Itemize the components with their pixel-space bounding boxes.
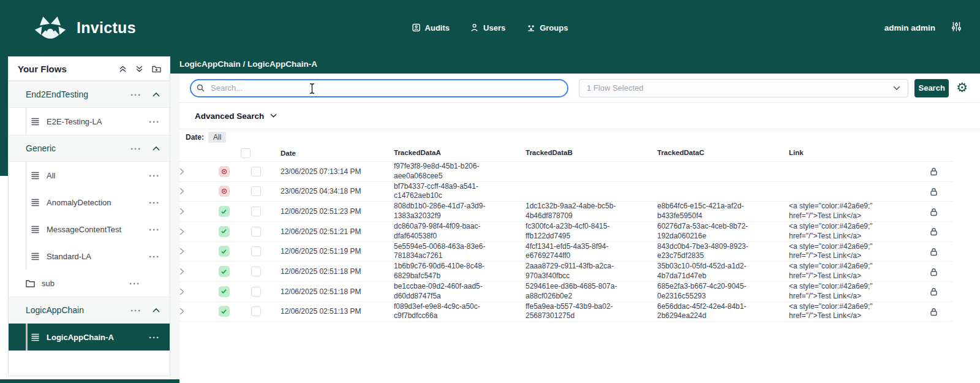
status-badge [219, 166, 230, 177]
status-badge [219, 306, 230, 317]
lock-icon[interactable] [930, 208, 938, 216]
section-menu-button[interactable]: ··· [130, 90, 141, 99]
cell-trackeddataa: bf7b4337-ccff-48a9-a541-c14762aeb10c [388, 181, 519, 202]
audits-icon [412, 23, 421, 32]
sidebar-flow-item[interactable]: Standard-LA ··· [9, 243, 170, 270]
collapse-all-icon[interactable] [119, 65, 127, 73]
chevron-up-icon[interactable] [153, 146, 160, 151]
expand-all-icon[interactable] [135, 65, 143, 73]
item-menu-button[interactable]: ··· [149, 171, 160, 180]
results-table-body: 23/06/2025 07:13:14 PM f97fe3f8-9e8d-45b… [179, 162, 952, 322]
search-input[interactable] [190, 79, 568, 97]
lock-icon[interactable] [930, 287, 938, 296]
nav-item-audits[interactable]: Audits [412, 23, 450, 32]
lock-icon[interactable] [930, 308, 938, 316]
row-checkbox[interactable] [251, 306, 261, 316]
expand-row-chevron-icon[interactable] [179, 248, 207, 255]
cell-trackeddatac [651, 181, 783, 202]
item-menu-button[interactable]: ··· [149, 198, 160, 207]
sidebar-flow-item[interactable]: All ··· [9, 162, 170, 189]
settings-sliders-icon[interactable] [951, 21, 962, 34]
table-row[interactable]: 12/06/2025 02:51:13 PM f089d3ef-e9e8-4c9… [179, 301, 952, 322]
expand-row-chevron-icon[interactable] [179, 268, 207, 275]
cell-link [783, 162, 914, 182]
section-menu-button[interactable]: ··· [130, 144, 141, 153]
expand-row-chevron-icon[interactable] [179, 228, 207, 235]
section-label: End2EndTesting [26, 89, 130, 99]
select-all-checkbox[interactable] [241, 148, 251, 158]
advanced-search-toggle[interactable]: Advanced Search [195, 112, 264, 121]
sidebar-flow-item[interactable]: LogicAppChain-A ··· [9, 324, 170, 351]
status-badge [219, 266, 230, 277]
search-button[interactable]: Search [914, 79, 949, 97]
cell-link [783, 181, 914, 202]
cell-date: 12/06/2025 02:51:13 PM [271, 301, 388, 322]
table-row[interactable]: 23/06/2025 07:13:14 PM f97fe3f8-9e8d-45b… [179, 162, 952, 182]
item-menu-button[interactable]: ··· [149, 252, 160, 261]
app-title: Invictus [77, 19, 136, 37]
lock-icon[interactable] [930, 227, 938, 236]
sidebar-section[interactable]: LogicAppChain ··· [9, 297, 170, 324]
item-menu-button[interactable]: ··· [149, 117, 160, 126]
cell-trackeddataa: f089d3ef-e9e8-4c9c-a50c-c9f7bdfcc66a [388, 301, 519, 322]
gear-icon[interactable]: ⚙ [956, 82, 968, 94]
table-row[interactable]: 23/06/2025 04:34:18 PM bf7b4337-ccff-48a… [179, 181, 952, 202]
layout-gap [170, 74, 179, 383]
expand-row-chevron-icon[interactable] [179, 308, 207, 315]
cell-link: <a style="color:#42a6e9;" href="/">Test … [783, 241, 914, 262]
chevron-down-icon[interactable] [270, 113, 277, 118]
item-menu-button[interactable]: ··· [149, 333, 160, 342]
lock-icon[interactable] [930, 167, 938, 176]
table-row[interactable]: 12/06/2025 02:51:21 PM dc860a79-98f4-4f0… [179, 221, 952, 241]
top-header: Invictus Audits Users [0, 0, 980, 55]
flows-sidebar: Your Flows [8, 56, 170, 376]
sidebar-flow-item[interactable]: AnomalyDetection ··· [9, 189, 170, 216]
sidebar-folder-item[interactable]: sub ··· [9, 270, 170, 297]
table-row[interactable]: 12/06/2025 02:51:18 PM be1ccbae-09d2-460… [179, 281, 952, 301]
sidebar-flow-item[interactable]: E2E-Testing-LA ··· [9, 108, 170, 135]
expand-row-chevron-icon[interactable] [179, 188, 207, 195]
cell-date: 12/06/2025 02:51:21 PM [271, 221, 388, 241]
cell-trackeddatac: 35b03c10-05fd-452d-a1d2-4b7da71d47eb [651, 262, 783, 282]
nav-item-groups[interactable]: Groups [526, 23, 568, 32]
row-checkbox[interactable] [251, 287, 261, 297]
row-checkbox[interactable] [251, 246, 261, 256]
nav-item-users[interactable]: Users [470, 23, 505, 32]
col-header-link: Link [783, 145, 914, 162]
chevron-up-icon[interactable] [153, 308, 160, 313]
lock-icon[interactable] [930, 188, 938, 196]
sidebar-section[interactable]: Generic ··· [9, 135, 170, 162]
sidebar-section[interactable]: End2EndTesting ··· [9, 81, 170, 108]
table-row[interactable]: 12/06/2025 02:51:23 PM 808db1b0-286e-41d… [179, 202, 952, 222]
item-menu-button[interactable]: ··· [129, 279, 140, 288]
row-checkbox[interactable] [251, 207, 261, 216]
table-row[interactable]: 12/06/2025 02:51:18 PM 1b6b9c76-90d6-410… [179, 262, 952, 282]
cell-date: 12/06/2025 02:51:19 PM [271, 241, 388, 262]
sidebar-flow-item[interactable]: MessageContentTest ··· [9, 216, 170, 243]
date-filter-value-badge[interactable]: All [208, 132, 226, 143]
nav-label: Groups [540, 23, 568, 32]
groups-icon [526, 23, 535, 32]
lock-icon[interactable] [930, 268, 938, 276]
section-menu-button[interactable]: ··· [130, 306, 141, 315]
search-toolbar: 1 Flow Selected Search ⚙ [179, 74, 980, 103]
row-checkbox[interactable] [251, 167, 261, 176]
flow-selector-dropdown[interactable]: 1 Flow Selected [579, 79, 908, 97]
row-checkbox[interactable] [251, 186, 261, 196]
flow-stack-icon [31, 172, 40, 180]
lock-icon[interactable] [930, 248, 938, 256]
brand[interactable]: Invictus [34, 15, 136, 40]
expand-row-chevron-icon[interactable] [179, 288, 207, 295]
status-badge [219, 206, 230, 217]
cell-trackeddatac: e8b64fc6-e15c-421a-af2d-b433fe5950f4 [651, 202, 783, 222]
row-checkbox[interactable] [251, 267, 261, 276]
expand-row-chevron-icon[interactable] [179, 168, 207, 175]
table-row[interactable]: 12/06/2025 02:51:19 PM 5e5594e5-0068-463… [179, 241, 952, 262]
chevron-up-icon[interactable] [153, 92, 160, 97]
item-menu-button[interactable]: ··· [149, 225, 160, 234]
new-folder-icon[interactable] [152, 65, 161, 73]
table-header-row: Date TrackedDataA TrackedDataB TrackedDa… [179, 145, 952, 162]
expand-row-chevron-icon[interactable] [179, 208, 207, 215]
row-checkbox[interactable] [251, 227, 261, 237]
cell-trackeddataa: 5e5594e5-0068-463a-83e6-781834ac7261 [388, 241, 519, 262]
